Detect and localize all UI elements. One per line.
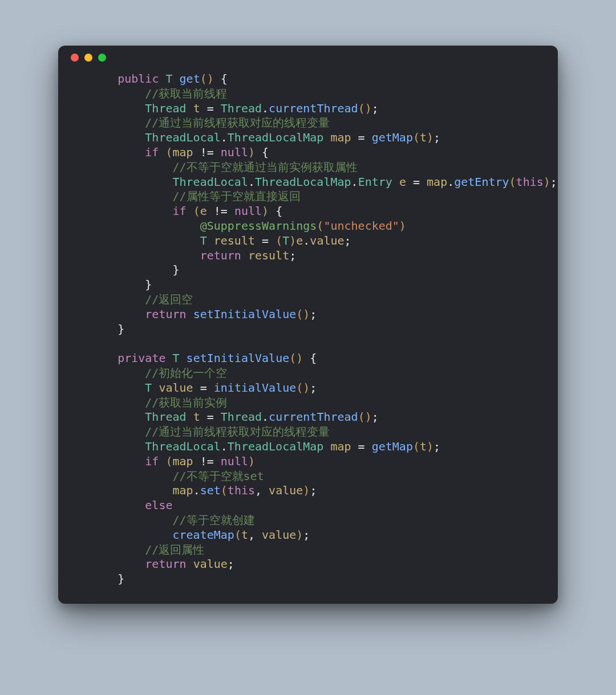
minimize-icon[interactable] xyxy=(84,54,92,62)
close-icon[interactable] xyxy=(71,54,79,62)
code-window: public T get() { //获取当前线程 Thread t = Thr… xyxy=(58,46,558,604)
zoom-icon[interactable] xyxy=(98,54,106,62)
window-titlebar xyxy=(58,46,558,70)
code-block: public T get() { //获取当前线程 Thread t = Thr… xyxy=(58,70,558,604)
